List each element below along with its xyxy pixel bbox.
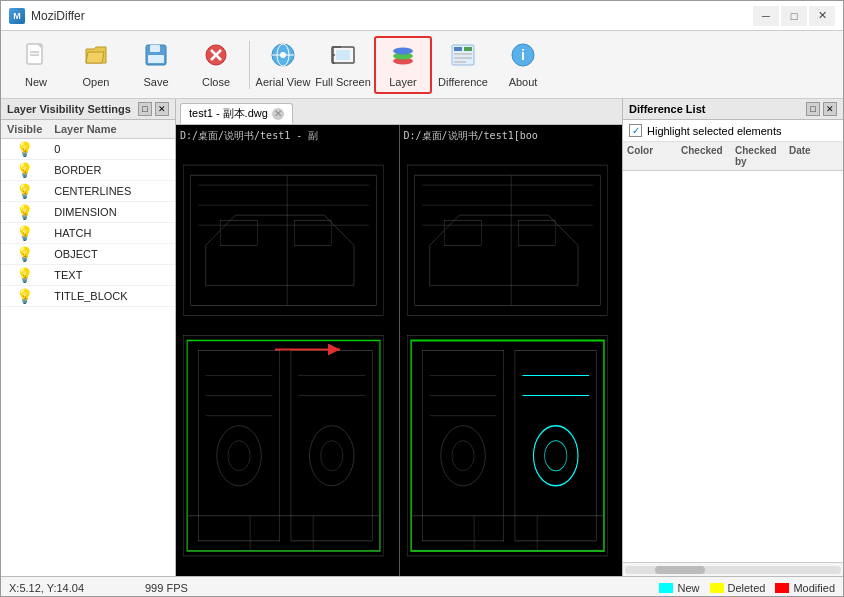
layer-bulb[interactable]: 💡 [16,267,33,283]
layer-visible-cell[interactable]: 💡 [1,202,48,223]
layer-row[interactable]: 💡 DIMENSION [1,202,175,223]
tab-test1[interactable]: test1 - 副本.dwg ✕ [180,103,293,124]
scrollbar-thumb[interactable] [655,566,705,574]
layer-row[interactable]: 💡 CENTERLINES [1,181,175,202]
layer-visible-cell[interactable]: 💡 [1,244,48,265]
toolbar-fullscreen-button[interactable]: Full Screen [314,36,372,94]
drawing-area[interactable]: D:/桌面/说明书/test1 - 副 [176,125,622,576]
close-label: Close [202,76,230,88]
toolbar-layer-button[interactable]: Layer [374,36,432,94]
svg-rect-21 [464,47,472,51]
layer-row[interactable]: 💡 HATCH [1,223,175,244]
right-drawing-label: D:/桌面/说明书/test1[boo [404,129,538,143]
svg-rect-22 [454,53,472,55]
toolbar-aerial-button[interactable]: Aerial View [254,36,312,94]
minimize-button[interactable]: ─ [753,6,779,26]
save-label: Save [143,76,168,88]
toolbar-separator-1 [249,41,250,89]
left-drawing-pane[interactable]: D:/桌面/说明书/test1 - 副 [176,125,400,576]
status-legend: New Deleted Modified [659,582,835,594]
difference-icon [449,41,477,73]
col-date: Date [789,145,839,167]
maximize-button[interactable]: □ [781,6,807,26]
layer-panel-title: Layer Visibility Settings [7,103,131,115]
open-label: Open [83,76,110,88]
layer-visible-cell[interactable]: 💡 [1,139,48,160]
svg-rect-20 [454,47,462,51]
svg-rect-24 [454,61,466,63]
left-drawing-label: D:/桌面/说明书/test1 - 副 [180,129,318,143]
aerial-label: Aerial View [256,76,311,88]
svg-point-18 [393,48,413,55]
svg-rect-5 [150,45,160,52]
new-icon [22,41,50,73]
layer-row[interactable]: 💡 TITLE_BLOCK [1,286,175,307]
toolbar-new-button[interactable]: New [7,36,65,94]
highlight-label: Highlight selected elements [647,125,782,137]
save-icon [142,41,170,73]
layer-table: Visible Layer Name 💡 0 💡 BORDER 💡 CENTER… [1,120,175,307]
layer-bulb[interactable]: 💡 [16,183,33,199]
layer-row[interactable]: 💡 BORDER [1,160,175,181]
difference-panel: Difference List □ ✕ ✓ Highlight selected… [623,99,843,576]
col-color: Color [627,145,677,167]
layer-name-cell: DIMENSION [48,202,175,223]
toolbar-about-button[interactable]: i About [494,36,552,94]
panel-restore-button[interactable]: □ [138,102,152,116]
layer-row[interactable]: 💡 TEXT [1,265,175,286]
tab-bar: test1 - 副本.dwg ✕ [176,99,622,125]
tab-close-button[interactable]: ✕ [272,108,284,120]
left-cad-drawing [176,125,399,576]
layer-bulb[interactable]: 💡 [16,246,33,262]
scrollbar-track [625,566,841,574]
layer-name-cell: OBJECT [48,244,175,265]
drawing-panel: test1 - 副本.dwg ✕ D:/桌面/说明书/test1 - 副 [176,99,623,576]
layer-name-cell: HATCH [48,223,175,244]
toolbar-open-button[interactable]: Open [67,36,125,94]
diff-list[interactable] [623,171,843,562]
layer-name-cell: TEXT [48,265,175,286]
layer-bulb[interactable]: 💡 [16,141,33,157]
aerial-icon [269,41,297,73]
layer-visible-cell[interactable]: 💡 [1,223,48,244]
diff-close-button[interactable]: ✕ [823,102,837,116]
legend-item: Modified [775,582,835,594]
layer-visible-cell[interactable]: 💡 [1,286,48,307]
layer-visible-cell[interactable]: 💡 [1,181,48,202]
toolbar-save-button[interactable]: Save [127,36,185,94]
legend-item: New [659,582,699,594]
right-cad-drawing [400,125,623,576]
app-icon: M [9,8,25,24]
svg-rect-23 [454,57,472,59]
legend-label: New [677,582,699,594]
layer-row[interactable]: 💡 0 [1,139,175,160]
panel-close-button[interactable]: ✕ [155,102,169,116]
highlight-row: ✓ Highlight selected elements [623,120,843,142]
layer-visible-cell[interactable]: 💡 [1,160,48,181]
legend-color-swatch [659,583,673,593]
toolbar-close-button[interactable]: Close [187,36,245,94]
svg-rect-0 [27,44,42,64]
toolbar-difference-button[interactable]: Difference [434,36,492,94]
legend-color-swatch [775,583,789,593]
legend-color-swatch [710,583,724,593]
close-button[interactable]: ✕ [809,6,835,26]
layer-bulb[interactable]: 💡 [16,288,33,304]
diff-restore-button[interactable]: □ [806,102,820,116]
highlight-checkbox[interactable]: ✓ [629,124,642,137]
main-area: Layer Visibility Settings □ ✕ Visible La… [1,99,843,576]
layer-name-cell: BORDER [48,160,175,181]
tab-label: test1 - 副本.dwg [189,106,268,121]
layer-panel: Layer Visibility Settings □ ✕ Visible La… [1,99,176,576]
layer-visible-cell[interactable]: 💡 [1,265,48,286]
right-drawing-pane[interactable]: D:/桌面/说明书/test1[boo [400,125,623,576]
diff-horizontal-scrollbar[interactable] [623,562,843,576]
svg-rect-15 [336,50,350,60]
layer-row[interactable]: 💡 OBJECT [1,244,175,265]
toolbar: New Open Save Clo [1,31,843,99]
layer-bulb[interactable]: 💡 [16,225,33,241]
svg-text:i: i [521,47,525,63]
layer-bulb[interactable]: 💡 [16,204,33,220]
layer-col-visible: Visible [1,120,48,139]
layer-bulb[interactable]: 💡 [16,162,33,178]
